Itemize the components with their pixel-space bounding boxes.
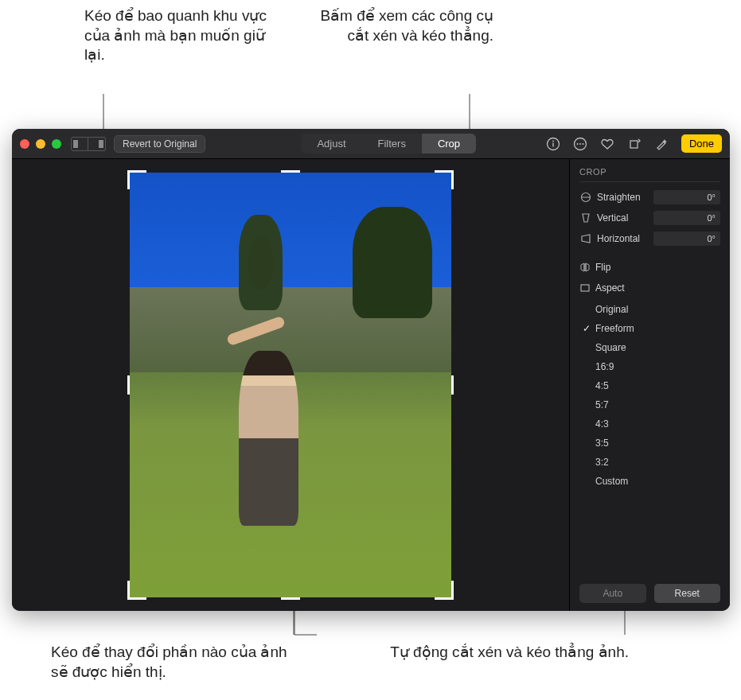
- crop-handle-bottom-right[interactable]: [435, 581, 454, 600]
- aspect-freeform[interactable]: ✓Freeform: [579, 319, 720, 338]
- svg-point-6: [582, 143, 583, 145]
- flip-label: Flip: [595, 262, 610, 273]
- crop-handle-left[interactable]: [127, 375, 130, 395]
- aspect-16-9[interactable]: 16:9: [579, 357, 720, 376]
- close-window-button[interactable]: [20, 139, 29, 149]
- svg-point-5: [579, 143, 581, 145]
- checkmark-icon: ✓: [581, 323, 592, 334]
- reset-crop-button[interactable]: Reset: [654, 584, 721, 603]
- tab-filters[interactable]: Filters: [362, 134, 422, 154]
- crop-handle-right[interactable]: [451, 375, 454, 395]
- more-icon[interactable]: [573, 137, 587, 151]
- aspect-item-label: 16:9: [595, 361, 614, 372]
- info-icon[interactable]: [546, 137, 560, 151]
- aspect-original[interactable]: Original: [579, 300, 720, 319]
- aspect-header[interactable]: Aspect: [579, 278, 720, 298]
- aspect-list: Original ✓Freeform Square 16:9 4:5 5:7 4…: [579, 300, 720, 491]
- svg-rect-10: [581, 285, 589, 291]
- sidebar-toggle-right[interactable]: [88, 137, 106, 151]
- sidebar-toggle-group: [71, 137, 106, 151]
- crop-panel-title: CROP: [579, 167, 720, 182]
- photo-canvas[interactable]: [12, 159, 569, 611]
- aspect-3-2[interactable]: 3:2: [579, 453, 720, 472]
- aspect-icon: [579, 282, 591, 294]
- crop-handle-bottom-left[interactable]: [127, 581, 146, 600]
- aspect-4-5[interactable]: 4:5: [579, 376, 720, 395]
- horizontal-label: Horizontal: [597, 233, 640, 244]
- minimize-window-button[interactable]: [36, 139, 45, 149]
- svg-rect-2: [552, 142, 553, 146]
- aspect-item-label: 3:5: [595, 438, 609, 449]
- window-controls: [20, 139, 61, 149]
- crop-handle-bottom[interactable]: [281, 597, 300, 600]
- crop-footer: Auto Reset: [579, 578, 720, 603]
- callout-crop-corner: Kéo để bao quanh khu vực của ảnh mà bạn …: [84, 6, 267, 65]
- edit-tabs: Adjust Filters Crop: [301, 134, 476, 154]
- aspect-custom[interactable]: Custom: [579, 472, 720, 491]
- photo-illustration: [353, 207, 432, 318]
- photos-edit-window: Revert to Original Adjust Filters Crop D…: [12, 129, 730, 611]
- aspect-4-3[interactable]: 4:3: [579, 414, 720, 434]
- aspect-item-label: Square: [595, 342, 626, 353]
- crop-handle-top[interactable]: [281, 170, 300, 173]
- horizontal-perspective-icon: [579, 232, 592, 245]
- straighten-label: Straighten: [597, 192, 641, 203]
- aspect-3-5[interactable]: 3:5: [579, 434, 720, 453]
- fullscreen-window-button[interactable]: [52, 139, 61, 149]
- rotate-icon[interactable]: [627, 137, 642, 151]
- photo-illustration: [239, 351, 298, 526]
- callout-auto: Tự động cắt xén và kéo thẳng ảnh.: [386, 643, 629, 663]
- horizontal-value[interactable]: 0°: [653, 231, 720, 246]
- horizontal-control[interactable]: Horizontal 0°: [579, 231, 720, 246]
- vertical-label: Vertical: [597, 212, 628, 224]
- crop-handle-top-left[interactable]: [127, 170, 146, 189]
- aspect-item-label: Original: [595, 304, 628, 315]
- photo-illustration: [239, 215, 283, 310]
- straighten-value[interactable]: 0°: [653, 190, 720, 204]
- photo-crop-frame[interactable]: [130, 173, 451, 597]
- tab-adjust[interactable]: Adjust: [301, 134, 361, 154]
- titlebar: Revert to Original Adjust Filters Crop D…: [12, 129, 730, 159]
- aspect-square[interactable]: Square: [579, 338, 720, 357]
- aspect-item-label: Freeform: [595, 323, 634, 334]
- auto-enhance-icon[interactable]: [654, 137, 669, 151]
- aspect-item-label: Custom: [595, 476, 628, 487]
- aspect-item-label: 4:5: [595, 380, 609, 391]
- crop-handle-top-right[interactable]: [435, 170, 454, 189]
- callout-crop-tab: Bấm để xem các công cụ cắt xén và kéo th…: [318, 6, 493, 45]
- aspect-5-7[interactable]: 5:7: [579, 395, 720, 414]
- crop-sidebar: CROP Straighten 0° Vertical 0° Hori: [569, 159, 730, 611]
- svg-point-1: [552, 140, 554, 142]
- flip-icon: [579, 262, 591, 273]
- toolbar-right: Done: [546, 134, 722, 153]
- vertical-value[interactable]: 0°: [653, 211, 720, 225]
- flip-button[interactable]: Flip: [579, 257, 720, 278]
- aspect-item-label: 5:7: [595, 399, 609, 410]
- callout-crop-drag: Kéo để thay đổi phần nào của ảnh sẽ được…: [51, 643, 306, 682]
- svg-point-4: [576, 143, 578, 145]
- vertical-control[interactable]: Vertical 0°: [579, 211, 720, 225]
- auto-crop-button[interactable]: Auto: [579, 584, 646, 603]
- revert-to-original-button[interactable]: Revert to Original: [114, 135, 205, 153]
- svg-rect-7: [630, 141, 638, 148]
- done-button[interactable]: Done: [681, 134, 722, 153]
- tab-crop[interactable]: Crop: [422, 134, 476, 154]
- editor-content: CROP Straighten 0° Vertical 0° Hori: [12, 159, 730, 611]
- straighten-control[interactable]: Straighten 0°: [579, 190, 720, 204]
- aspect-item-label: 3:2: [595, 457, 609, 468]
- vertical-perspective-icon: [579, 212, 592, 224]
- sidebar-toggle-left[interactable]: [71, 137, 88, 151]
- aspect-label: Aspect: [595, 282, 625, 294]
- favorite-heart-icon[interactable]: [600, 137, 614, 151]
- aspect-item-label: 4:3: [595, 418, 609, 430]
- straighten-icon: [579, 191, 592, 204]
